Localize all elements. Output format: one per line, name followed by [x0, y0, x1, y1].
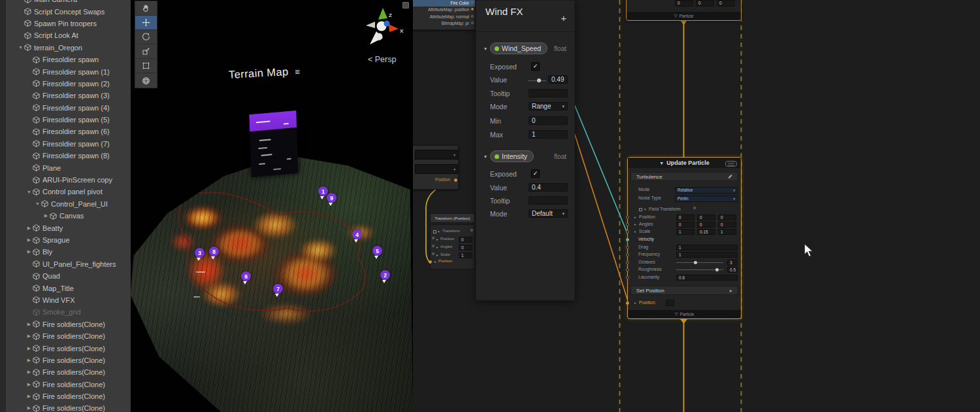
hierarchy-item[interactable]: ▼terrain_Oregon: [6, 42, 131, 54]
value-field[interactable]: 1: [718, 229, 736, 235]
expand-closed-icon[interactable]: ▶: [25, 346, 33, 351]
exposed-checkbox[interactable]: ✓: [531, 62, 540, 71]
value-field[interactable]: 0.49: [548, 75, 568, 84]
value-slider-knob[interactable]: [537, 78, 541, 82]
roughness-value-field[interactable]: 0.5: [727, 267, 738, 273]
hierarchy-item[interactable]: Quad: [6, 270, 131, 282]
hierarchy-item[interactable]: Firesoldier spawn (6): [6, 126, 131, 137]
octaves-slider-knob[interactable]: [694, 261, 697, 264]
lacunarity-field[interactable]: 0.6: [676, 275, 738, 281]
node-port-row[interactable]: AttributeMap: normal: [413, 13, 475, 20]
sampler-dropdown[interactable]: ▾: [415, 164, 458, 174]
hierarchy-item[interactable]: Firesoldier spawn (2): [6, 78, 131, 90]
node-port-row[interactable]: BitmapMap: pr: [413, 20, 475, 27]
rect-tool[interactable]: [135, 59, 157, 73]
hierarchy-item[interactable]: Script Look At: [6, 29, 131, 41]
input-port[interactable]: [626, 253, 629, 256]
hierarchy-item[interactable]: Smoke_grid: [6, 306, 131, 318]
value-field[interactable]: 0: [718, 215, 736, 221]
param-row-wind-speed[interactable]: ▾ Wind_Speed float: [476, 43, 574, 54]
sampler-node[interactable]: ▾ ▾ Position: [413, 145, 459, 190]
port-dot[interactable]: [471, 8, 474, 10]
transform-position-node[interactable]: Transform (Position) ▾ Transform ▸Positi…: [430, 213, 475, 269]
hierarchy-item[interactable]: ▶Sprague: [6, 234, 131, 246]
noise-type-dropdown[interactable]: Perlin▾: [675, 196, 738, 202]
transform-node-title[interactable]: Transform (Position): [430, 213, 475, 223]
node-port-row[interactable]: Fire Color: [413, 0, 475, 7]
add-parameter-button[interactable]: +: [561, 12, 566, 24]
mode-dropdown[interactable]: Default▾: [529, 209, 568, 218]
roughness-slider-knob[interactable]: [715, 268, 719, 271]
edit-pencil-icon[interactable]: [728, 175, 732, 179]
expand-closed-icon[interactable]: ▶: [25, 382, 33, 387]
port-dot[interactable]: [471, 1, 474, 4]
octaves-value-field[interactable]: 3: [727, 260, 738, 266]
field-transform-port[interactable]: [693, 207, 696, 209]
expand-closed-icon[interactable]: ▶: [25, 369, 33, 375]
hierarchy-item[interactable]: Script Concept Swaps: [6, 5, 131, 17]
hierarchy-item[interactable]: Main Camera: [6, 0, 131, 5]
hierarchy-item[interactable]: Firesoldier spawn (7): [6, 138, 131, 150]
hierarchy-item[interactable]: ▶Bly: [6, 246, 131, 258]
hierarchy-item[interactable]: Firesoldier spawn (5): [6, 114, 131, 126]
param-pill[interactable]: Wind_Speed: [490, 43, 547, 54]
expand-closed-icon[interactable]: ▶: [25, 405, 33, 411]
transform-tool[interactable]: [135, 73, 157, 88]
expand-open-icon[interactable]: ▼: [17, 45, 24, 50]
input-port[interactable]: [432, 237, 434, 239]
expand-closed-icon[interactable]: ▶: [25, 322, 33, 327]
init-value-field[interactable]: 0: [696, 0, 714, 7]
input-port[interactable]: [626, 230, 629, 233]
attribute-map-node[interactable]: Fire ColorAttributeMap: positionAttribut…: [413, 0, 476, 30]
chevron-down-icon[interactable]: ▾: [484, 46, 487, 52]
input-port[interactable]: [626, 246, 629, 249]
value-field[interactable]: 1: [676, 245, 738, 251]
roughness-port[interactable]: [626, 268, 629, 271]
value-field[interactable]: 0: [459, 245, 472, 250]
hierarchy-item[interactable]: ▼Control_Panel_UI: [6, 198, 131, 210]
scene-view[interactable]: Terrain Map≡ Z X < Persp: [131, 0, 413, 412]
input-port[interactable]: [432, 252, 434, 255]
octaves-slider-track[interactable]: [676, 262, 723, 263]
expand-closed-icon[interactable]: ▶: [25, 226, 33, 231]
hierarchy-item[interactable]: UI_Panel_Fire_fighters: [6, 258, 131, 270]
value-field[interactable]: 1: [676, 229, 694, 235]
expand-closed-icon[interactable]: ▶: [25, 394, 33, 399]
gizmo-menu-icon[interactable]: [402, 2, 409, 9]
hierarchy-item[interactable]: Wind VFX: [6, 294, 131, 306]
exposed-checkbox[interactable]: ✓: [531, 169, 540, 178]
set-position-block-header[interactable]: Set Position ▸: [630, 286, 738, 295]
value-field[interactable]: 0: [697, 222, 715, 228]
hierarchy-item[interactable]: ▶Fire soldiers(Clone): [6, 402, 131, 412]
expand-closed-icon[interactable]: ▶: [25, 249, 33, 254]
input-port[interactable]: [626, 223, 629, 226]
hierarchy-item[interactable]: Firesoldier spawn (8): [6, 150, 131, 162]
hierarchy-item[interactable]: Map_Title: [6, 282, 131, 294]
node-port-row[interactable]: AttributeMap: position: [413, 7, 475, 14]
hierarchy-item[interactable]: ▶Fire soldiers(Clone): [6, 390, 131, 402]
port-dot[interactable]: [471, 22, 474, 24]
min-field[interactable]: 0: [529, 116, 568, 125]
port-dot[interactable]: [471, 15, 474, 18]
block-options-icon[interactable]: ▸: [730, 288, 732, 294]
value-field[interactable]: 0: [676, 222, 694, 228]
space-toggle[interactable]: [666, 300, 674, 306]
expand-closed-icon[interactable]: ▶: [25, 334, 33, 339]
chevron-down-icon[interactable]: ▾: [484, 154, 487, 160]
scene-orientation-gizmo[interactable]: Z X: [359, 4, 409, 55]
init-particle-node[interactable]: 000 ▽ Particle: [626, 0, 742, 21]
hierarchy-item[interactable]: ▼Control panel pivot: [6, 186, 131, 197]
sampler-dropdown[interactable]: ▾: [415, 150, 458, 160]
hierarchy-item[interactable]: Firesoldier spawn (1): [6, 65, 131, 77]
tooltip-field[interactable]: [529, 196, 568, 205]
value-field[interactable]: 1: [676, 252, 738, 258]
rotate-tool[interactable]: [135, 30, 157, 44]
persp-mode-label[interactable]: < Persp: [368, 55, 396, 64]
init-value-field[interactable]: 0: [717, 0, 735, 7]
hierarchy-item[interactable]: ▶Fire soldiers(Clone): [6, 366, 131, 378]
expand-closed-icon[interactable]: ▶: [42, 213, 50, 218]
collapse-caret-icon[interactable]: ▼: [659, 161, 664, 165]
hand-tool[interactable]: [135, 1, 157, 16]
max-field[interactable]: 1: [529, 130, 568, 139]
init-value-field[interactable]: 0: [675, 0, 693, 7]
